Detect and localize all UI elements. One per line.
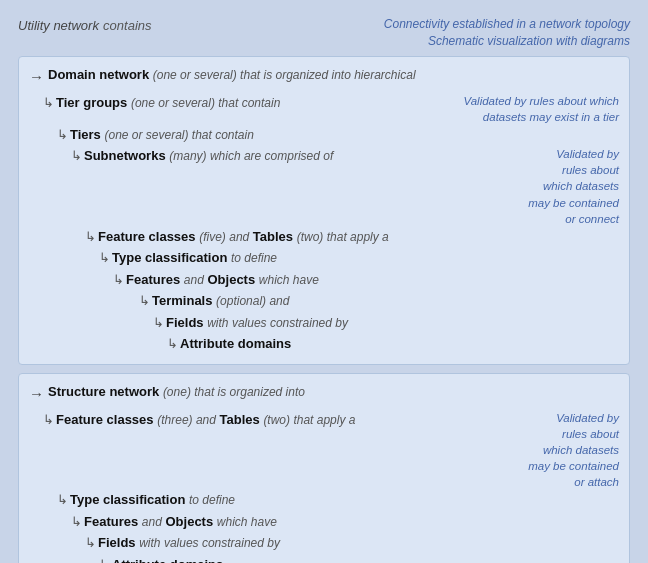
domain-title-text: Domain network xyxy=(48,67,149,82)
terminals-text: Terminals xyxy=(152,293,212,308)
s-fields-text: Fields xyxy=(98,535,136,550)
s-fields-row: ↳ Fields with values constrained by xyxy=(85,533,619,553)
structure-title-row: → Structure network (one) that is organi… xyxy=(29,382,619,406)
features-text: Features xyxy=(126,272,180,287)
features-objects-row: ↳ Features and Objects which have xyxy=(113,270,619,290)
type-class-text: Type classification xyxy=(112,250,227,265)
structure-section: → Structure network (one) that is organi… xyxy=(18,373,630,563)
feature-classes-italic: (five) and xyxy=(199,230,249,244)
subnetworks-indent: ↳ Subnetworks (many) which are comprised… xyxy=(71,146,333,166)
s-feature-classes-label: Feature classes (three) and Tables (two)… xyxy=(56,410,355,430)
tables-italic: (two) that apply a xyxy=(297,230,389,244)
attr-domains-row: ↳ Attribute domains xyxy=(167,334,619,354)
tiers-italic: (one or several) that contain xyxy=(104,128,253,142)
validated-structure-box: Validated by rules about which datasets … xyxy=(528,410,619,490)
validated-subnetworks-box: Validated by rules about which datasets … xyxy=(528,146,619,226)
domain-section: → Domain network (one or several) that i… xyxy=(18,56,630,365)
main-container: Utility network contains Connectivity es… xyxy=(10,10,638,563)
s-features-arrow: ↳ xyxy=(71,512,82,532)
terminals-row: ↳ Terminals (optional) and xyxy=(139,291,619,311)
val-sub-l3: which datasets xyxy=(528,178,619,194)
features-italic: and xyxy=(184,273,204,287)
features-arrow: ↳ xyxy=(113,270,124,290)
tier-groups-label: Tier groups (one or several) that contai… xyxy=(56,93,280,113)
type-class-row: ↳ Type classification to define xyxy=(99,248,619,268)
s-type-class-text: Type classification xyxy=(70,492,185,507)
s-objects-text: Objects xyxy=(165,514,213,529)
connectivity-line2: Schematic visualization with diagrams xyxy=(384,33,630,50)
s-objects-italic: which have xyxy=(217,515,277,529)
s-fields-italic: with values constrained by xyxy=(139,536,280,550)
tier-groups-arrow: ↳ xyxy=(43,93,54,113)
fields-label: Fields with values constrained by xyxy=(166,313,348,333)
structure-title-label: Structure network (one) that is organize… xyxy=(48,382,305,402)
s-type-class-arrow: ↳ xyxy=(57,490,68,510)
feature-classes-label: Feature classes (five) and Tables (two) … xyxy=(98,227,389,247)
feature-classes-arrow: ↳ xyxy=(85,227,96,247)
terminals-italic: (optional) and xyxy=(216,294,289,308)
s-features-objects-row: ↳ Features and Objects which have xyxy=(71,512,619,532)
structure-title-text: Structure network xyxy=(48,384,159,399)
structure-arrow: → xyxy=(29,382,44,406)
structure-title-italic: (one) that is organized into xyxy=(163,385,305,399)
s-attr-domains-text: Attribute domains xyxy=(112,557,223,563)
subnetworks-italic: (many) which are comprised of xyxy=(169,149,333,163)
s-feature-classes-arrow: ↳ xyxy=(43,410,54,430)
validated-tier-box: Validated by rules about which datasets … xyxy=(419,93,619,125)
connectivity-note: Connectivity established in a network to… xyxy=(384,16,630,50)
fields-text: Fields xyxy=(166,315,204,330)
s-fields-label: Fields with values constrained by xyxy=(98,533,280,553)
s-tables-text: Tables xyxy=(220,412,260,427)
subnetworks-row: ↳ Subnetworks (many) which are comprised… xyxy=(29,146,619,226)
utility-header: Utility network contains Connectivity es… xyxy=(18,16,630,50)
domain-title-italic: (one or several) that is organized into … xyxy=(153,68,416,82)
val-sub-l5: or connect xyxy=(528,211,619,227)
tier-groups-italic: (one or several) that contain xyxy=(131,96,280,110)
type-class-italic: to define xyxy=(231,251,277,265)
subnetworks-text: Subnetworks xyxy=(84,148,166,163)
tier-groups-indent: ↳ Tier groups (one or several) that cont… xyxy=(43,93,280,113)
domain-title-row: → Domain network (one or several) that i… xyxy=(29,65,619,89)
s-fields-arrow: ↳ xyxy=(85,533,96,553)
s-type-class-italic: to define xyxy=(189,493,235,507)
type-class-label: Type classification to define xyxy=(112,248,277,268)
fields-arrow: ↳ xyxy=(153,313,164,333)
attr-domains-arrow: ↳ xyxy=(167,334,178,354)
domain-arrow: → xyxy=(29,65,44,89)
val-str-l2: rules about xyxy=(528,426,619,442)
s-tables-italic: (two) that apply a xyxy=(263,413,355,427)
connectivity-line1: Connectivity established in a network to… xyxy=(384,16,630,33)
utility-title-text: Utility network xyxy=(18,18,99,33)
tier-groups-row: ↳ Tier groups (one or several) that cont… xyxy=(29,93,619,125)
domain-title-label: Domain network (one or several) that is … xyxy=(48,65,416,85)
tiers-row: ↳ Tiers (one or several) that contain xyxy=(57,125,619,145)
attr-domains-label: Attribute domains xyxy=(180,334,291,354)
s-features-italic: and xyxy=(142,515,162,529)
s-type-class-label: Type classification to define xyxy=(70,490,235,510)
val-sub-l4: may be contained xyxy=(528,195,619,211)
utility-title: Utility network contains xyxy=(18,16,152,33)
val-str-l5: or attach xyxy=(528,474,619,490)
val-sub-l1: Validated by xyxy=(528,146,619,162)
s-attr-domains-row: ↳ Attribute domains xyxy=(99,555,619,563)
objects-italic: which have xyxy=(259,273,319,287)
val-str-l4: may be contained xyxy=(528,458,619,474)
s-features-text: Features xyxy=(84,514,138,529)
tiers-arrow: ↳ xyxy=(57,125,68,145)
s-features-objects-label: Features and Objects which have xyxy=(84,512,277,532)
s-attr-domains-label: Attribute domains xyxy=(112,555,223,563)
s-feature-classes-italic: (three) and xyxy=(157,413,216,427)
feature-classes-text: Feature classes xyxy=(98,229,196,244)
s-attr-domains-arrow: ↳ xyxy=(99,555,110,563)
val-str-l1: Validated by xyxy=(528,410,619,426)
terminals-label: Terminals (optional) and xyxy=(152,291,289,311)
subnetworks-label: Subnetworks (many) which are comprised o… xyxy=(84,146,333,166)
type-class-arrow: ↳ xyxy=(99,248,110,268)
feature-classes-row: ↳ Feature classes (five) and Tables (two… xyxy=(85,227,619,247)
tier-groups-text: Tier groups xyxy=(56,95,127,110)
utility-contains: contains xyxy=(103,18,151,33)
s-feature-classes-text: Feature classes xyxy=(56,412,154,427)
objects-text: Objects xyxy=(207,272,255,287)
tiers-label: Tiers (one or several) that contain xyxy=(70,125,254,145)
terminals-arrow: ↳ xyxy=(139,291,150,311)
